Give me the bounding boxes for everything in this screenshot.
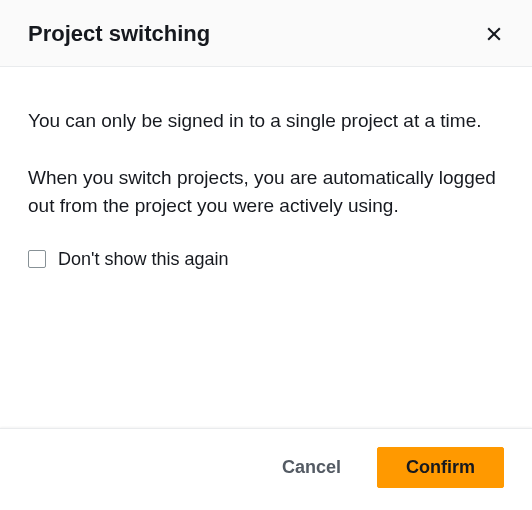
dialog-header: Project switching xyxy=(0,0,532,67)
dont-show-again-row[interactable]: Don't show this again xyxy=(28,249,504,270)
close-button[interactable] xyxy=(480,20,508,48)
dont-show-again-checkbox[interactable] xyxy=(28,250,46,268)
body-paragraph-2: When you switch projects, you are automa… xyxy=(28,164,504,221)
body-text: You can only be signed in to a single pr… xyxy=(28,107,504,221)
body-paragraph-1: You can only be signed in to a single pr… xyxy=(28,107,504,136)
dialog-body: You can only be signed in to a single pr… xyxy=(0,67,532,428)
confirm-button[interactable]: Confirm xyxy=(377,447,504,488)
close-icon xyxy=(484,24,504,44)
cancel-button[interactable]: Cancel xyxy=(278,449,345,486)
dialog-title: Project switching xyxy=(28,21,210,47)
dialog-footer: Cancel Confirm xyxy=(0,428,532,510)
project-switching-dialog: Project switching You can only be signed… xyxy=(0,0,532,510)
dont-show-again-label[interactable]: Don't show this again xyxy=(58,249,229,270)
